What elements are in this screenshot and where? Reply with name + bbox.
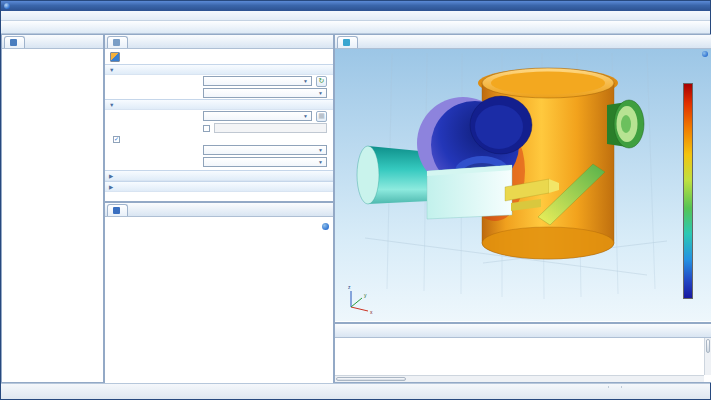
plot-area (105, 217, 333, 386)
section-color-legend[interactable]: ▶ (105, 170, 333, 181)
comsol-window: ▼ ▼ ↻ ▼ (0, 0, 711, 400)
dataset-row: ▼ ↻ (105, 75, 333, 87)
scroll-thumb[interactable] (336, 377, 406, 381)
edges-row: ✓ (105, 134, 333, 144)
settings-panel: ▼ ▼ ↻ ▼ (104, 34, 334, 202)
wafer-flange (607, 100, 644, 148)
menu-bar (1, 11, 710, 21)
memory-indicator (608, 386, 622, 388)
settings-tabbar (105, 35, 333, 49)
model-builder-icon (10, 39, 17, 46)
line-chart (105, 217, 333, 385)
frame-select[interactable]: ▼ (203, 157, 327, 167)
right-column: z x y (334, 34, 711, 383)
comsol-logo (320, 223, 329, 230)
middle-column: ▼ ▼ ↻ ▼ (104, 34, 334, 383)
chevron-down-icon: ▼ (318, 90, 323, 96)
refresh-solution-button[interactable]: ↻ (316, 76, 327, 87)
graphics-icon (343, 39, 350, 46)
tab-model-builder[interactable] (4, 36, 25, 48)
comsol-logo (700, 51, 708, 57)
model-builder-panel (1, 34, 104, 383)
title-row (105, 122, 333, 134)
view-row: ▼ ▦ (105, 110, 333, 122)
chevron-down-icon: ▼ (303, 113, 308, 119)
chevron-down-icon: ▼ (318, 159, 323, 165)
section-data[interactable]: ▼ (105, 64, 333, 75)
app-icon (4, 3, 10, 9)
tab-plot1[interactable] (107, 204, 128, 216)
chevron-down-icon: ▼ (109, 102, 114, 108)
main-toolbar (1, 21, 710, 34)
chevron-right-icon: ▶ (109, 184, 113, 190)
go-to-view-button[interactable]: ▦ (316, 111, 327, 122)
plot-panel (104, 202, 334, 383)
chevron-right-icon: ▶ (109, 173, 113, 179)
plot-edges-checkbox[interactable]: ✓ (113, 136, 120, 143)
chevron-down-icon: ▼ (109, 67, 114, 73)
title-field[interactable] (214, 123, 327, 133)
comsol-logo-icon (702, 51, 708, 57)
plot-tabbar (105, 203, 333, 217)
frame-row: ▼ (105, 156, 333, 168)
log-line (335, 338, 711, 342)
graphics-viewport[interactable]: z x y (335, 49, 711, 322)
settings-icon (113, 39, 120, 46)
vertical-scrollbar[interactable] (704, 338, 711, 375)
graphics-panel: z x y (334, 34, 711, 323)
title-checkbox[interactable] (203, 125, 210, 132)
messages-tabbar (335, 324, 711, 338)
horizontal-scrollbar[interactable] (335, 375, 704, 382)
3d-scene: z x y (335, 49, 711, 321)
settings-header (105, 49, 333, 64)
section-plot-settings[interactable]: ▼ (105, 99, 333, 110)
main-area: ▼ ▼ ↻ ▼ (1, 34, 710, 383)
view-select[interactable]: ▼ (203, 111, 312, 121)
color-select[interactable]: ▼ (203, 145, 327, 155)
plot1-icon (113, 207, 120, 214)
chevron-down-icon: ▼ (318, 147, 323, 153)
settings-content: ▼ ▼ ↻ ▼ (105, 49, 333, 201)
color-row: ▼ (105, 144, 333, 156)
titlebar (1, 1, 710, 11)
parameter-row: ▼ (105, 87, 333, 99)
section-window-settings[interactable]: ▶ (105, 181, 333, 192)
dataset-select[interactable]: ▼ (203, 76, 312, 86)
comsol-logo-icon (322, 223, 329, 230)
plot-group-3d-icon (110, 52, 120, 62)
scroll-thumb[interactable] (706, 339, 710, 353)
graphics-tabbar (335, 35, 711, 49)
tab-settings[interactable] (107, 36, 128, 48)
model-builder-tabbar (2, 35, 103, 49)
model-tree (2, 49, 103, 382)
tab-graphics[interactable] (337, 36, 358, 48)
chevron-down-icon: ▼ (303, 78, 308, 84)
model-builder-column (1, 34, 104, 383)
messages-body (335, 338, 711, 382)
colorbar (683, 83, 693, 299)
parameter-select[interactable]: ▼ (203, 88, 327, 98)
messages-panel (334, 323, 711, 383)
status-bar (1, 383, 710, 399)
